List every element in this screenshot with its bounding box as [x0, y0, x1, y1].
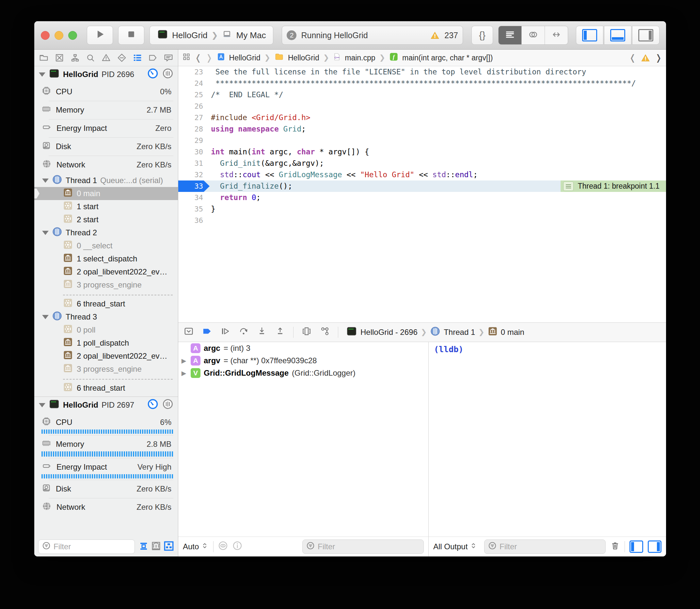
disclosure-triangle-icon[interactable]: ▶: [180, 369, 187, 377]
project-navigator-icon[interactable]: [39, 53, 49, 63]
thread-row[interactable]: Thread 2: [34, 226, 178, 239]
breakpoint-annotation[interactable]: Thread 1: breakpoint 1.1: [561, 180, 666, 192]
stack-frame-row[interactable]: 3 progress_engine: [34, 278, 178, 292]
scheme-selector[interactable]: HelloGrid ❯ My Mac: [150, 26, 273, 45]
show-variables-toggle[interactable]: [630, 540, 643, 553]
stack-frame-row[interactable]: 0 main: [34, 187, 178, 200]
version-editor-button[interactable]: [545, 26, 568, 45]
console-output-dropdown[interactable]: All Output: [433, 542, 477, 552]
variable-row[interactable]: A argc = (int) 3: [178, 342, 428, 354]
gauge-icon[interactable]: [147, 68, 158, 81]
console-view[interactable]: (lldb) All Output Filter: [429, 342, 666, 556]
gauge-row[interactable]: Network Zero KB/s: [34, 498, 178, 516]
debug-frame-crumb[interactable]: 0 main: [501, 328, 524, 337]
navigator-filter-input[interactable]: Filter: [38, 539, 135, 554]
disclosure-triangle-icon[interactable]: [42, 178, 49, 183]
breadcrumb-folder[interactable]: HelloGrid: [288, 53, 319, 62]
line-number[interactable]: 26: [178, 101, 211, 112]
gauge-row[interactable]: Disk Zero KB/s: [34, 137, 178, 156]
standard-editor-button[interactable]: [498, 26, 522, 45]
activity-viewer[interactable]: 2 Running HelloGrid 237: [282, 26, 463, 45]
line-number[interactable]: 27: [178, 112, 211, 123]
stack-frame-row[interactable]: 0 poll: [34, 324, 178, 336]
step-out-button[interactable]: [275, 326, 285, 338]
breakpoints-toggle-button[interactable]: [202, 326, 212, 338]
process-header-row[interactable]: HelloGrid PID 2696: [34, 66, 178, 83]
stop-button[interactable]: [118, 26, 144, 45]
gauge-row[interactable]: Memory 2.7 MB: [34, 101, 178, 119]
info-button[interactable]: [233, 541, 242, 553]
line-number[interactable]: 29: [178, 135, 211, 146]
breadcrumb-file[interactable]: main.cpp: [345, 53, 375, 62]
breadcrumb-project[interactable]: HelloGrid: [229, 53, 260, 62]
line-number[interactable]: 32: [178, 169, 211, 180]
issue-warning-icon[interactable]: [641, 53, 650, 62]
close-window-button[interactable]: [41, 31, 50, 40]
threads-icon[interactable]: [162, 399, 173, 412]
gauge-row[interactable]: CPU 0%: [34, 83, 178, 101]
gauge-row[interactable]: Disk Zero KB/s: [34, 480, 178, 498]
symbol-navigator-icon[interactable]: [70, 53, 80, 63]
stack-frame-row[interactable]: 6 thread_start: [34, 382, 178, 395]
stack-frame-row[interactable]: 1 select_dispatch: [34, 252, 178, 265]
debug-navigator-icon[interactable]: [133, 53, 142, 63]
stack-frame-row[interactable]: 2 opal_libevent2022_ev…: [34, 350, 178, 363]
memory-graph-button[interactable]: [320, 326, 330, 338]
toggle-navigator-button[interactable]: [576, 26, 603, 45]
variables-scope-dropdown[interactable]: Auto: [183, 542, 209, 552]
assistant-editor-button[interactable]: [522, 26, 545, 45]
view-hierarchy-button[interactable]: [301, 326, 312, 338]
gauge-icon[interactable]: [147, 399, 158, 412]
disclosure-triangle-icon[interactable]: [39, 72, 45, 77]
line-number[interactable]: 23: [178, 66, 211, 78]
continue-button[interactable]: [220, 326, 231, 338]
toggle-inspector-button[interactable]: [632, 26, 660, 45]
thread-row[interactable]: Thread 1 Queue:...d (serial): [34, 174, 178, 187]
step-over-button[interactable]: [238, 326, 249, 338]
line-number[interactable]: 35: [178, 203, 211, 215]
debug-thread-crumb[interactable]: Thread 1: [444, 328, 475, 337]
forward-button[interactable]: ❭: [206, 53, 213, 63]
related-items-icon[interactable]: [182, 53, 191, 63]
variable-row[interactable]: ▶ A argv = (char **) 0x7ffee9039c28: [178, 354, 428, 367]
breadcrumb-symbol[interactable]: main(int argc, char * argv[]): [402, 53, 493, 62]
line-number[interactable]: 24: [178, 78, 211, 89]
quicklook-button[interactable]: [218, 541, 228, 553]
line-number[interactable]: 31: [178, 158, 211, 169]
issue-navigator-icon[interactable]: [101, 53, 111, 63]
debug-process-crumb[interactable]: HelloGrid - 2696: [360, 328, 417, 337]
gauge-row[interactable]: Energy Impact Zero: [34, 119, 178, 137]
stack-frame-row[interactable]: 1 poll_dispatch: [34, 336, 178, 350]
stack-frame-row[interactable]: 3 progress_engine: [34, 363, 178, 376]
minimize-window-button[interactable]: [54, 31, 63, 40]
show-console-toggle[interactable]: [648, 540, 662, 553]
line-number[interactable]: 34: [178, 192, 211, 203]
disclosure-triangle-icon[interactable]: ▶: [180, 357, 187, 365]
gauge-row[interactable]: Network Zero KB/s: [34, 156, 178, 174]
breakpoint-menu-icon[interactable]: [563, 181, 574, 191]
code-snippet-button[interactable]: {}: [472, 26, 493, 45]
variables-filter-input[interactable]: Filter: [302, 539, 424, 554]
stack-frame-row[interactable]: 0 __select: [34, 239, 178, 252]
gauge-row[interactable]: CPU 6%: [34, 413, 178, 432]
disclosure-triangle-icon[interactable]: [39, 403, 45, 407]
find-navigator-icon[interactable]: [86, 53, 95, 63]
thread-row[interactable]: Thread 3: [34, 310, 178, 324]
flatten-stack-button[interactable]: [139, 541, 149, 552]
stack-frame-row[interactable]: 1 start: [34, 200, 178, 213]
clear-console-button[interactable]: [610, 540, 620, 553]
toggle-debug-area-button[interactable]: [604, 26, 631, 45]
stack-frame-row[interactable]: 6 thread_start: [34, 297, 178, 310]
zoom-window-button[interactable]: [68, 31, 77, 40]
hide-system-frames-button[interactable]: [151, 541, 161, 552]
report-navigator-icon[interactable]: [164, 53, 173, 63]
stack-frame-row[interactable]: 2 start: [34, 213, 178, 226]
console-filter-input[interactable]: Filter: [484, 539, 605, 554]
source-control-navigator-icon[interactable]: [54, 53, 64, 63]
breakpoint-navigator-icon[interactable]: [148, 53, 158, 63]
view-mode-button[interactable]: [164, 541, 174, 553]
line-number[interactable]: 30: [178, 146, 211, 158]
disclosure-triangle-icon[interactable]: [42, 231, 49, 235]
hide-debug-area-button[interactable]: [184, 326, 194, 338]
stack-frame-row[interactable]: 2 opal_libevent2022_ev…: [34, 265, 178, 278]
